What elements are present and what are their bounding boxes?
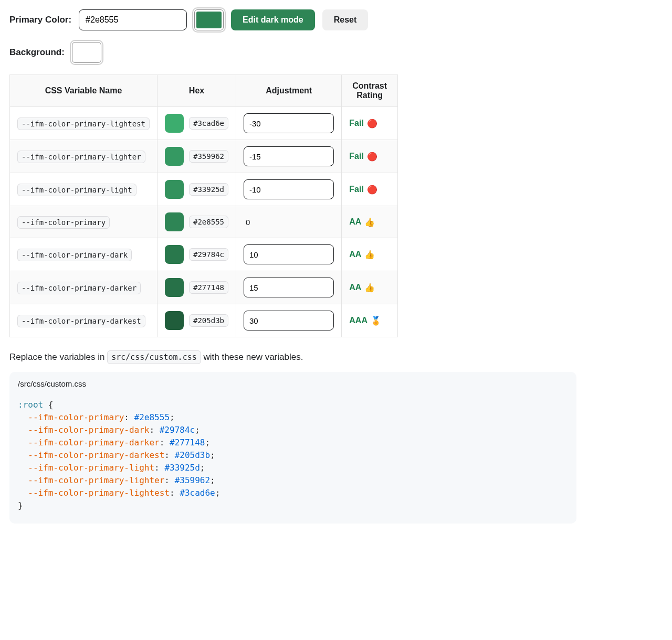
contrast-rating-icon: 👍 xyxy=(364,250,375,260)
contrast-rating-text: Fail xyxy=(349,119,364,128)
hex-value: #359962 xyxy=(189,150,228,163)
contrast-rating-icon: 🔴 xyxy=(367,152,377,162)
table-row: --ifm-color-primary-lightest#3cad6eFail🔴 xyxy=(10,107,398,140)
color-variables-table: CSS Variable Name Hex Adjustment Contras… xyxy=(9,74,398,337)
primary-color-label: Primary Color: xyxy=(9,15,71,25)
css-variable-name: --ifm-color-primary-dark xyxy=(17,249,132,261)
background-label: Background: xyxy=(9,47,65,58)
codeblock-content: :root { --ifm-color-primary: #2e8555; --… xyxy=(9,391,576,524)
table-row: --ifm-color-primary-lighter#359962Fail🔴 xyxy=(10,140,398,173)
hex-value: #205d3b xyxy=(189,314,228,327)
contrast-rating-icon: 🏅 xyxy=(371,316,381,326)
contrast-rating: AA👍 xyxy=(349,283,375,293)
contrast-rating-text: AAA xyxy=(349,316,368,325)
adjustment-input[interactable] xyxy=(244,311,334,330)
hex-value: #2e8555 xyxy=(189,216,228,228)
table-row: --ifm-color-primary#2e85550AA👍 xyxy=(10,206,398,238)
adjustment-static: 0 xyxy=(244,218,250,227)
background-swatch-button[interactable] xyxy=(72,42,101,63)
hex-value: #29784c xyxy=(189,248,228,261)
edit-dark-mode-button[interactable]: Edit dark mode xyxy=(231,9,315,30)
table-row: --ifm-color-primary-light#33925dFail🔴 xyxy=(10,173,398,206)
contrast-rating: AA👍 xyxy=(349,217,375,227)
table-row: --ifm-color-primary-darkest#205d3bAAA🏅 xyxy=(10,304,398,337)
color-swatch xyxy=(165,245,184,264)
codeblock-filename: /src/css/custom.css xyxy=(9,372,576,391)
css-variable-name: --ifm-color-primary-darker xyxy=(17,282,141,294)
contrast-rating-icon: 👍 xyxy=(364,217,375,227)
primary-color-row: Primary Color: Edit dark mode Reset xyxy=(9,9,663,30)
contrast-rating: Fail🔴 xyxy=(349,185,377,195)
css-variable-name: --ifm-color-primary-light xyxy=(17,184,136,196)
hex-value: #277148 xyxy=(189,281,228,294)
instr-filepath: src/css/custom.css xyxy=(107,350,201,364)
table-row: --ifm-color-primary-darker#277148AA👍 xyxy=(10,271,398,304)
contrast-rating: AA👍 xyxy=(349,250,375,260)
css-variable-name: --ifm-color-primary xyxy=(17,216,110,229)
contrast-rating-text: Fail xyxy=(349,185,364,194)
contrast-rating: Fail🔴 xyxy=(349,119,377,129)
color-swatch xyxy=(165,114,184,133)
color-swatch xyxy=(165,180,184,199)
css-variable-name: --ifm-color-primary-lightest xyxy=(17,118,150,130)
reset-button[interactable]: Reset xyxy=(322,9,369,30)
css-variable-name: --ifm-color-primary-lighter xyxy=(17,151,145,163)
contrast-rating: Fail🔴 xyxy=(349,152,377,162)
primary-color-input[interactable] xyxy=(79,9,187,30)
instr-suffix: with these new variables. xyxy=(201,352,303,362)
contrast-rating-icon: 🔴 xyxy=(367,185,377,195)
hex-value: #33925d xyxy=(189,183,228,196)
instr-prefix: Replace the variables in xyxy=(9,352,107,362)
th-hex: Hex xyxy=(158,75,236,107)
css-codeblock: /src/css/custom.css :root { --ifm-color-… xyxy=(9,372,576,524)
th-css-variable: CSS Variable Name xyxy=(10,75,158,107)
contrast-rating-icon: 🔴 xyxy=(367,119,377,129)
primary-color-swatch xyxy=(196,12,222,28)
background-swatch xyxy=(74,44,99,61)
adjustment-input[interactable] xyxy=(244,113,334,133)
primary-color-swatch-button[interactable] xyxy=(194,9,224,30)
color-swatch xyxy=(165,212,184,231)
color-swatch xyxy=(165,147,184,166)
adjustment-input[interactable] xyxy=(244,146,334,166)
adjustment-input[interactable] xyxy=(244,244,334,264)
contrast-rating-text: AA xyxy=(349,217,361,227)
th-adjustment: Adjustment xyxy=(236,75,342,107)
contrast-rating-text: AA xyxy=(349,283,361,292)
contrast-rating-text: AA xyxy=(349,250,361,259)
contrast-rating: AAA🏅 xyxy=(349,316,381,326)
hex-value: #3cad6e xyxy=(189,117,228,130)
contrast-rating-icon: 👍 xyxy=(364,283,375,293)
background-row: Background: xyxy=(9,42,663,63)
adjustment-input[interactable] xyxy=(244,278,334,297)
contrast-rating-text: Fail xyxy=(349,152,364,161)
css-variable-name: --ifm-color-primary-darkest xyxy=(17,315,145,327)
adjustment-input[interactable] xyxy=(244,179,334,199)
color-swatch xyxy=(165,278,184,297)
table-row: --ifm-color-primary-dark#29784cAA👍 xyxy=(10,238,398,271)
color-swatch xyxy=(165,311,184,330)
th-contrast: Contrast Rating xyxy=(342,75,398,107)
replace-instruction: Replace the variables in src/css/custom.… xyxy=(9,352,663,362)
